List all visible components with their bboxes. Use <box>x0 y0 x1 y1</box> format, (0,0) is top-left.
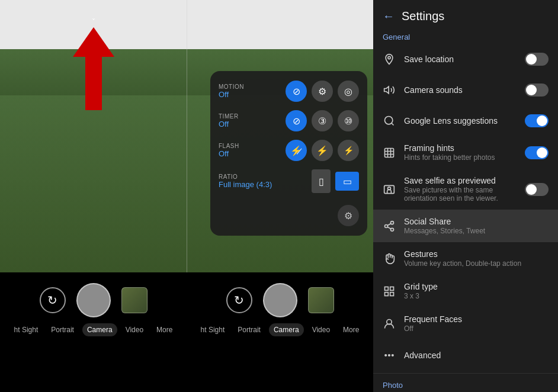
advanced-item[interactable]: Advanced <box>373 340 558 371</box>
camera-left: ˅ <box>0 0 187 272</box>
timer-value: Off <box>219 120 286 128</box>
shutter-btn-right[interactable] <box>263 283 297 317</box>
social-share-item[interactable]: Social Share Messages, Stories, Tweet <box>373 210 558 242</box>
motion-off-btn[interactable]: ⊘ <box>286 81 307 102</box>
google-lens-item[interactable]: Google Lens suggestions <box>373 105 558 136</box>
social-share-text: Social Share Messages, Stories, Tweet <box>404 217 549 235</box>
svg-point-18 <box>389 355 390 356</box>
camera-popup: MOTION Off ⊘ ⚙ ◎ TIMER Off <box>210 71 367 236</box>
camera-sounds-text: Camera sounds <box>404 85 517 95</box>
mode-camera-right[interactable]: Camera <box>269 323 304 336</box>
mode-portrait-left[interactable]: Portrait <box>46 323 79 336</box>
settings-panel: ← Settings General Save location Camera … <box>373 0 558 392</box>
timer-title: TIMER <box>219 113 286 120</box>
ratio-portrait-btn[interactable]: ▯ <box>312 169 331 193</box>
general-section-label: General <box>373 28 558 44</box>
svg-rect-15 <box>390 292 394 295</box>
svg-line-11 <box>387 223 391 225</box>
shutter-row-left: ↻ <box>40 283 147 317</box>
motion-record-btn[interactable]: ◎ <box>338 81 359 102</box>
flash-off-btn[interactable]: ⚡̷ <box>286 140 307 161</box>
sound-icon <box>383 83 396 97</box>
google-lens-title: Google Lens suggestions <box>404 116 517 126</box>
motion-label: MOTION Off <box>219 83 286 99</box>
frequent-faces-title: Frequent Faces <box>404 314 549 324</box>
camera-sounds-item[interactable]: Camera sounds <box>373 75 558 105</box>
share-icon <box>383 220 396 233</box>
gestures-text: Gestures Volume key action, Double-tap a… <box>404 249 549 268</box>
motion-icons: ⊘ ⚙ ◎ <box>286 81 359 102</box>
save-location-toggle[interactable] <box>525 53 549 66</box>
timer-10s-btn[interactable]: ⑩ <box>338 110 359 131</box>
face-icon <box>383 317 396 330</box>
motion-title: MOTION <box>219 83 286 90</box>
mode-camera-left[interactable]: Camera <box>82 323 117 336</box>
camera-sounds-title: Camera sounds <box>404 85 517 95</box>
save-location-text: Save location <box>404 54 517 64</box>
social-share-title: Social Share <box>404 217 549 226</box>
arrow-head <box>73 27 114 57</box>
mode-tabs-right: ht Sight Portrait Camera Video More <box>196 323 364 336</box>
grid-type-title: Grid type <box>404 282 549 291</box>
flash-label: FLASH Off <box>219 143 286 158</box>
svg-point-19 <box>392 355 394 356</box>
location-icon <box>383 53 396 66</box>
mode-night-right[interactable]: ht Sight <box>196 323 230 336</box>
framing-hints-toggle[interactable] <box>525 146 549 159</box>
svg-rect-13 <box>390 287 394 290</box>
save-location-item[interactable]: Save location <box>373 44 558 75</box>
mode-video-left[interactable]: Video <box>121 323 148 336</box>
thumbnail-left[interactable] <box>121 287 147 313</box>
flash-auto-btn[interactable]: ⚡ <box>312 140 333 161</box>
red-arrow: ˅ <box>73 18 114 110</box>
google-lens-text: Google Lens suggestions <box>404 116 517 126</box>
mode-night-left[interactable]: ht Sight <box>9 323 43 336</box>
flash-icons: ⚡̷ ⚡ ⚡ <box>286 140 359 161</box>
ratio-label: RATIO Full image (4:3) <box>219 173 312 189</box>
frequent-faces-text: Frequent Faces Off <box>404 314 549 333</box>
ratio-landscape-btn[interactable]: ▭ <box>335 172 359 191</box>
timer-off-btn[interactable]: ⊘ <box>286 110 307 131</box>
gestures-subtitle: Volume key action, Double-tap action <box>404 259 549 268</box>
svg-point-9 <box>391 228 394 231</box>
frequent-faces-item[interactable]: Frequent Faces Off <box>373 307 558 340</box>
flash-title: FLASH <box>219 143 286 149</box>
camera-bottom: ↻ ht Sight Portrait Camera Video More ↻ <box>0 272 373 392</box>
photo-section-label: Photo <box>373 376 558 392</box>
arrow-stem <box>85 57 102 110</box>
settings-title: Settings <box>402 9 444 23</box>
google-lens-toggle[interactable] <box>525 114 549 127</box>
mode-video-right[interactable]: Video <box>307 323 335 336</box>
flip-camera-btn-right[interactable]: ↻ <box>226 287 252 313</box>
grid-icon <box>383 285 396 298</box>
svg-point-17 <box>385 355 387 356</box>
ratio-value: Full image (4:3) <box>219 180 312 189</box>
framing-hints-subtitle: Hints for taking better photos <box>404 153 517 162</box>
gesture-icon <box>383 252 396 265</box>
gestures-item[interactable]: Gestures Volume key action, Double-tap a… <box>373 242 558 275</box>
grid-type-text: Grid type 3 x 3 <box>404 282 549 300</box>
settings-gear-btn[interactable]: ⚙ <box>338 205 359 226</box>
camera-sounds-toggle[interactable] <box>525 83 549 97</box>
thumbnail-right[interactable] <box>308 287 334 313</box>
save-selfie-item[interactable]: Save selfie as previewed Save pictures w… <box>373 169 558 210</box>
svg-point-0 <box>388 56 390 59</box>
save-selfie-toggle[interactable] <box>525 183 549 196</box>
grid-type-item[interactable]: Grid type 3 x 3 <box>373 275 558 307</box>
flip-camera-btn-left[interactable]: ↻ <box>40 287 66 313</box>
svg-rect-14 <box>385 292 389 295</box>
back-button[interactable]: ← <box>383 9 395 23</box>
ratio-row: RATIO Full image (4:3) ▯ ▭ <box>219 169 359 193</box>
shutter-btn-left[interactable] <box>76 283 111 317</box>
motion-live-btn[interactable]: ⚙ <box>312 81 333 102</box>
svg-rect-12 <box>385 287 389 290</box>
flash-on-btn[interactable]: ⚡ <box>338 140 359 161</box>
timer-3s-btn[interactable]: ③ <box>312 110 333 131</box>
mode-portrait-right[interactable]: Portrait <box>233 323 265 336</box>
save-location-title: Save location <box>404 54 517 64</box>
mode-more-right[interactable]: More <box>338 323 364 336</box>
framing-hints-item[interactable]: Framing hints Hints for taking better ph… <box>373 136 558 169</box>
camera-right: MOTION Off ⊘ ⚙ ◎ TIMER Off <box>187 0 373 272</box>
mode-more-left[interactable]: More <box>152 323 177 336</box>
save-selfie-subtitle: Save pictures with the same orientation … <box>404 186 517 203</box>
